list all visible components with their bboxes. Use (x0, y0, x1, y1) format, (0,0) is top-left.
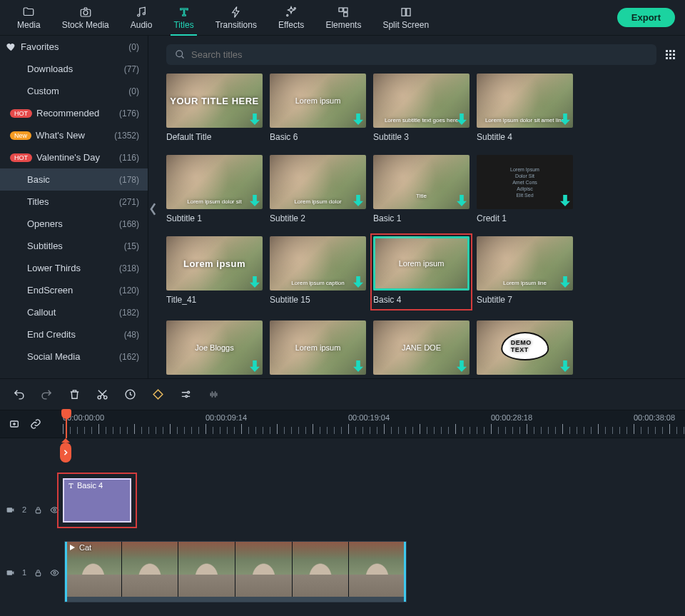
download-icon[interactable] (457, 195, 467, 206)
tile-label: Basic 6 (270, 132, 366, 142)
link-icon[interactable] (30, 418, 41, 430)
tab-elements[interactable]: Elements (318, 3, 368, 33)
tile-overlay-text: YOUR TITLE HERE (170, 96, 259, 106)
sidebar-item-end-credits[interactable]: End Credits(48) (0, 323, 148, 345)
sidebar-item-custom[interactable]: Custom(0) (0, 80, 148, 102)
timecode-label: 00:00:28:18 (491, 413, 532, 422)
sidebar-item-downloads[interactable]: Downloads(77) (0, 58, 148, 80)
sidebar-item-favorites[interactable]: Favorites(0) (0, 36, 148, 58)
view-grid-icon[interactable] (665, 49, 676, 61)
download-icon[interactable] (560, 276, 570, 288)
title-tile[interactable]: Lorem ipsum dolorSubtitle 2 (270, 155, 366, 223)
playhead-handle[interactable] (61, 409, 71, 419)
search-box[interactable] (166, 44, 656, 65)
delete-icon[interactable] (68, 388, 81, 400)
tile-overlay-text: Lorem ipsum (295, 96, 341, 105)
video-clip-label: Cat (79, 543, 91, 552)
tab-titles[interactable]: Titles (166, 3, 201, 33)
svg-rect-10 (407, 8, 410, 16)
tile-thumbnail: JANE DOE (373, 320, 470, 375)
download-icon[interactable] (353, 195, 363, 206)
title-tile[interactable]: Lorem ipsum captionSubtitle 15 (270, 236, 366, 308)
download-icon[interactable] (353, 113, 363, 125)
title-clip[interactable]: Basic 4 (63, 478, 131, 522)
sidebar-item-count: (162) (119, 352, 139, 362)
lock-icon[interactable] (34, 505, 43, 515)
download-icon[interactable] (250, 195, 260, 206)
title-tile[interactable]: Lorem subtitle text goes hereSubtitle 3 (373, 74, 470, 142)
download-icon[interactable] (250, 276, 260, 288)
sidebar-item-social-media[interactable]: Social Media(162) (0, 345, 148, 368)
sidebar-item-count: (1352) (114, 131, 139, 141)
tab-audio[interactable]: Audio (123, 3, 160, 33)
sidebar-collapse-handle[interactable] (148, 36, 158, 378)
sidebar-item-subtitles[interactable]: Subtitles(15) (0, 235, 148, 257)
title-tile[interactable]: YOUR TITLE HEREDefault Title (166, 74, 263, 142)
tab-effects[interactable]: Effects (271, 3, 311, 33)
tile-thumbnail: Lorem subtitle text goes here (373, 74, 470, 128)
title-tile[interactable]: Lorem IpsumDolor SitAmet ConsAdipiscElit… (477, 155, 573, 223)
audio-wave-icon[interactable] (208, 388, 220, 400)
sidebar-item-titles[interactable]: Titles(271) (0, 191, 148, 213)
sidebar-item-recommended[interactable]: HOTRecommended(176) (0, 102, 148, 124)
sidebar-item-callout[interactable]: Callout(182) (0, 301, 148, 323)
tab-media[interactable]: Media (10, 3, 48, 33)
title-tile[interactable]: JANE DOECredit 2 (373, 320, 470, 378)
title-tile[interactable]: Lorem ipsum dolor sit amet lineSubtitle … (477, 74, 573, 142)
download-icon[interactable] (560, 360, 570, 372)
track-body-1[interactable]: Cat (63, 541, 685, 604)
title-tile[interactable]: Joe BloggsCredit 3 (166, 320, 263, 378)
speed-icon[interactable] (124, 388, 136, 400)
title-tile[interactable]: Lorem ipsum lineSubtitle 7 (477, 236, 573, 308)
download-icon[interactable] (250, 360, 260, 372)
tab-stock-media[interactable]: Stock Media (55, 3, 116, 33)
download-icon[interactable] (353, 276, 363, 288)
track-body-2[interactable]: Basic 4 (63, 478, 685, 541)
add-marker-icon[interactable] (9, 418, 20, 430)
svg-point-5 (287, 14, 288, 16)
title-tile[interactable]: Lorem ipsumBasic 6 (270, 74, 366, 142)
title-tile[interactable]: Lorem ipsum dolor sitSubtitle 1 (166, 155, 263, 223)
download-icon[interactable] (457, 360, 467, 372)
cut-icon[interactable] (96, 388, 108, 400)
adjust-icon[interactable] (180, 388, 192, 400)
title-tile[interactable]: Lorem ipsumBasic 4 (373, 236, 470, 308)
zoom-slider-handle[interactable] (60, 443, 71, 463)
lock-icon[interactable] (34, 568, 43, 577)
sidebar-item-lower-thirds[interactable]: Lower Thirds(318) (0, 257, 148, 279)
video-clip[interactable]: Cat (64, 541, 407, 602)
sidebar-item-valentine-s-day[interactable]: HOTValentine's Day(116) (0, 146, 148, 168)
title-tile[interactable]: DEMO TEXTThought Bubble (477, 320, 573, 378)
svg-rect-18 (673, 54, 675, 56)
download-icon[interactable] (250, 113, 260, 125)
download-icon[interactable] (560, 195, 570, 206)
download-icon[interactable] (353, 360, 363, 372)
sidebar-item-endscreen[interactable]: EndScreen(120) (0, 279, 148, 301)
search-input[interactable] (191, 49, 648, 60)
sidebar-item-count: (77) (124, 64, 139, 74)
undo-icon[interactable] (13, 388, 25, 400)
svg-point-26 (186, 395, 188, 398)
title-tile[interactable]: Lorem ipsumTitle_41 (166, 236, 263, 308)
tab-transitions[interactable]: Transitions (208, 3, 264, 33)
svg-rect-15 (673, 50, 675, 52)
export-button[interactable]: Export (617, 8, 675, 27)
sidebar-item-label: End Credits (27, 329, 76, 340)
sidebar-item-what-s-new[interactable]: NewWhat's New(1352) (0, 124, 148, 146)
svg-point-30 (54, 508, 56, 510)
tab-label: Titles (173, 20, 193, 30)
eye-icon[interactable] (50, 568, 59, 577)
ruler-area[interactable]: 00:00:00:0000:00:09:1400:00:19:0400:00:2… (63, 410, 685, 438)
tab-split-screen[interactable]: Split Screen (375, 3, 436, 33)
timeline-ruler[interactable]: 00:00:00:0000:00:09:1400:00:19:0400:00:2… (0, 410, 685, 438)
title-tile[interactable]: TitleBasic 1 (373, 155, 470, 223)
crop-icon[interactable] (152, 388, 164, 400)
redo-icon[interactable] (41, 388, 53, 400)
tile-label: Subtitle 1 (166, 213, 263, 223)
sidebar-item-basic[interactable]: Basic(178) (0, 168, 148, 191)
sidebar-item-openers[interactable]: Openers(168) (0, 213, 148, 235)
timecode-label: 00:00:19:04 (348, 413, 390, 422)
title-tile[interactable]: Lorem ipsumTitle 29 (270, 320, 366, 378)
download-icon[interactable] (457, 113, 467, 125)
timeline-tools (0, 378, 685, 410)
